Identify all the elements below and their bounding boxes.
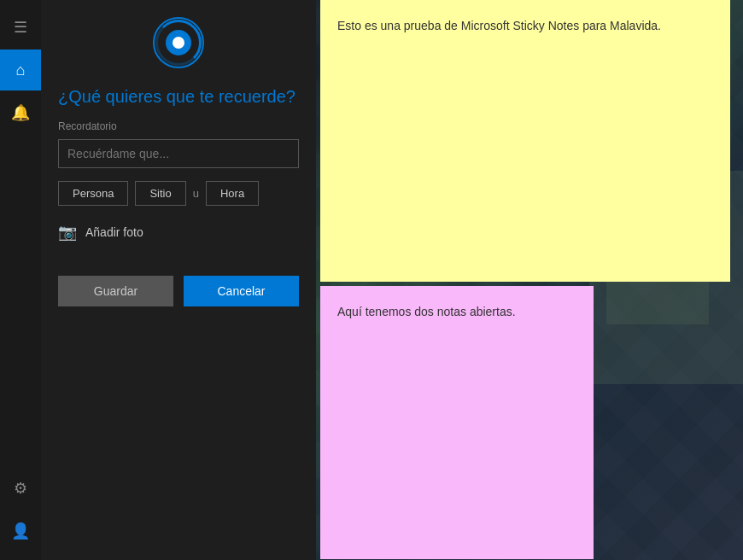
cortana-inner-circle — [166, 30, 191, 55]
tag-row: Persona Sitio u Hora — [58, 181, 299, 206]
guardar-button[interactable]: Guardar — [58, 276, 173, 306]
sidebar-home[interactable]: ⌂ — [0, 50, 41, 90]
notification-icon: 🔔 — [11, 103, 30, 122]
add-photo-label: Añadir foto — [85, 225, 143, 239]
sidebar-hamburger[interactable]: ☰ — [0, 7, 41, 48]
sticky-note-yellow-text: Esto es una prueba de Microsoft Sticky N… — [337, 19, 661, 32]
cortana-panel: ¿Qué quieres que te recuerde? Recordator… — [41, 0, 316, 560]
reminder-input[interactable] — [58, 139, 299, 168]
cancelar-button[interactable]: Cancelar — [184, 276, 299, 306]
tag-persona-button[interactable]: Persona — [58, 181, 128, 206]
user-icon: 👤 — [11, 522, 30, 540]
tag-sitio-button[interactable]: Sitio — [135, 181, 185, 206]
tag-hora-button[interactable]: Hora — [206, 181, 259, 206]
sidebar-notification[interactable]: 🔔 — [0, 92, 41, 133]
cortana-logo — [153, 17, 204, 68]
sticky-note-pink[interactable]: Aquí tenemos dos notas abiertas. — [320, 286, 594, 559]
sticky-note-yellow[interactable]: Esto es una prueba de Microsoft Sticky N… — [320, 0, 730, 282]
sidebar-user[interactable]: 👤 — [0, 510, 41, 551]
sidebar-bottom: ⚙ 👤 — [0, 468, 41, 560]
action-row: Guardar Cancelar — [58, 276, 299, 306]
add-photo-row[interactable]: 📷 Añadir foto — [58, 223, 299, 242]
home-icon: ⌂ — [16, 61, 26, 79]
cortana-question: ¿Qué quieres que te recuerde? — [58, 85, 299, 108]
settings-icon: ⚙ — [14, 479, 27, 498]
camera-icon: 📷 — [58, 223, 77, 242]
cortana-dot — [173, 37, 184, 49]
sidebar-settings[interactable]: ⚙ — [0, 468, 41, 509]
sticky-note-pink-text: Aquí tenemos dos notas abiertas. — [337, 305, 516, 318]
left-sidebar: ☰ ⌂ 🔔 ⚙ 👤 — [0, 0, 41, 560]
tag-separator: u — [193, 187, 199, 200]
recordatorio-label: Recordatorio — [58, 120, 299, 132]
cortana-ring — [155, 20, 202, 66]
